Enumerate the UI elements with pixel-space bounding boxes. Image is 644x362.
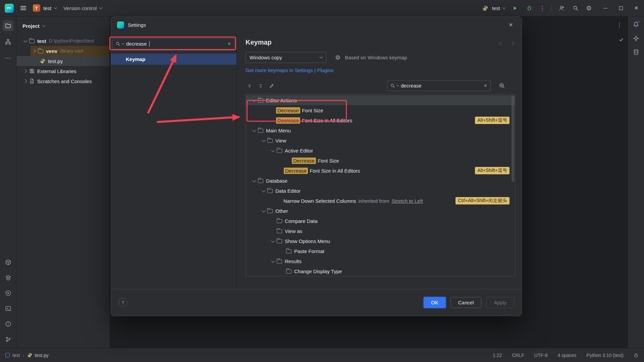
project-tool-icon[interactable] [3, 20, 13, 31]
inherited-action-link[interactable]: Stretch to Left [391, 198, 423, 204]
chevron-down-icon[interactable] [260, 187, 267, 194]
encoding-widget[interactable]: UTF-8 [534, 353, 548, 358]
editor-options-kebab-icon[interactable]: ⋮ [616, 21, 623, 28]
indent-widget[interactable]: 4 spaces [557, 353, 576, 358]
keymap-options-gear-icon[interactable]: ⚙ [335, 55, 340, 61]
run-button[interactable] [511, 4, 519, 12]
chevron-down-icon[interactable] [269, 257, 277, 265]
chevron-down-icon[interactable] [269, 237, 277, 245]
notifications-bell-icon[interactable] [633, 21, 639, 28]
window-maximize-button[interactable] [613, 0, 629, 16]
search-match-highlight: Decrease [276, 117, 300, 124]
version-control-icon[interactable] [3, 334, 13, 345]
search-icon [390, 83, 395, 88]
structure-tool-icon[interactable] [3, 37, 13, 47]
shortcut-badge: Ctrl+Alt+Shift+向左箭头 [455, 197, 509, 204]
chevron-right-icon[interactable] [31, 47, 38, 55]
project-panel-header[interactable]: Project [22, 21, 110, 31]
more-tool-windows-icon[interactable]: ⋯ [3, 53, 13, 63]
tree-row[interactable]: Show Options Menu [246, 236, 515, 246]
problems-icon[interactable] [3, 318, 13, 329]
dialog-close-icon[interactable]: ✕ [506, 20, 516, 30]
main-menu-hamburger-icon[interactable] [20, 6, 26, 10]
interpreter-widget[interactable]: Python 3.10 (test) [586, 353, 624, 358]
chevron-down-icon[interactable] [251, 127, 258, 134]
get-more-keymaps-link[interactable]: Get more keymaps in Settings | Plugins [246, 67, 522, 73]
tree-row[interactable]: Data Editor [246, 186, 515, 196]
debug-button[interactable] [525, 4, 533, 12]
run-configuration-widget[interactable]: test [481, 4, 505, 12]
breadcrumb-root[interactable]: test [12, 353, 20, 358]
tree-row[interactable]: Compare Data [246, 216, 515, 226]
search-everywhere-icon[interactable] [572, 4, 580, 12]
clear-search-icon[interactable]: ✕ [484, 83, 487, 88]
chevron-down-icon[interactable] [251, 97, 258, 104]
lock-icon[interactable] [634, 353, 639, 358]
chevron-down-icon[interactable] [251, 177, 258, 184]
more-actions-kebab-icon[interactable]: ⋮ [539, 5, 545, 12]
tree-row[interactable]: venv library root [16, 46, 110, 56]
forward-arrow-icon[interactable] [510, 41, 514, 46]
text-caret [149, 41, 150, 47]
find-by-shortcut-icon[interactable] [497, 81, 507, 90]
settings-nav-item-keymap[interactable]: Keymap [111, 54, 236, 65]
python-packages-icon[interactable] [3, 257, 13, 267]
clear-search-icon[interactable]: ✕ [227, 41, 231, 46]
window-close-button[interactable]: ✕ [629, 0, 644, 16]
run-tool-icon[interactable] [3, 288, 13, 298]
inspections-ok-icon[interactable] [619, 37, 624, 42]
chevron-down-icon[interactable] [22, 37, 29, 45]
tree-row[interactable]: Decrease Font Size [246, 105, 515, 115]
search-options-chevron-icon[interactable] [396, 84, 399, 86]
search-options-chevron-icon[interactable] [122, 42, 124, 45]
tree-scrollbar[interactable] [512, 96, 514, 182]
project-widget[interactable]: T test [33, 4, 57, 12]
tree-row[interactable]: External Libraries [16, 66, 110, 76]
tree-row[interactable]: View [246, 135, 515, 145]
tree-row[interactable]: Results [246, 256, 515, 266]
expand-all-icon[interactable] [246, 82, 254, 90]
folder-icon [267, 209, 273, 213]
chevron-down-icon[interactable] [269, 147, 277, 154]
tree-row[interactable]: Database [246, 176, 515, 186]
cancel-button[interactable]: Cancel [450, 297, 482, 308]
settings-search-input[interactable]: decrease ✕ [112, 38, 234, 49]
keymap-scheme-select[interactable]: Windows copy [246, 52, 326, 63]
tree-row[interactable]: View as [246, 226, 515, 236]
ai-assistant-icon[interactable] [633, 35, 639, 42]
tree-row[interactable]: Decrease Font Size [246, 156, 515, 166]
tree-row[interactable]: Paste Format [246, 246, 515, 256]
tree-row[interactable]: Change Display Type [246, 266, 515, 276]
window-minimize-button[interactable] [598, 0, 613, 16]
ok-button[interactable]: OK [424, 297, 446, 308]
vcs-widget[interactable]: Version control [63, 5, 102, 11]
tree-row[interactable]: Scratches and Consoles [16, 76, 110, 86]
chevron-spacer [269, 217, 277, 225]
tree-row[interactable]: test D:\pythonProject\test [16, 36, 110, 46]
terminal-icon[interactable] [3, 303, 13, 314]
breadcrumb-file[interactable]: test.py [35, 353, 49, 358]
tree-row[interactable]: Editor Actions [246, 95, 515, 105]
tree-row[interactable]: Decrease Font Size in All Editors Alt+Sh… [246, 166, 515, 176]
collapse-all-icon[interactable] [257, 82, 265, 90]
tree-row[interactable]: Narrow Down Selected Columns inherited f… [246, 196, 515, 206]
back-arrow-icon[interactable] [499, 41, 504, 46]
code-with-me-icon[interactable] [558, 4, 566, 12]
tree-row[interactable]: Active Editor [246, 145, 515, 156]
tree-row[interactable]: Other [246, 206, 515, 216]
chevron-down-icon[interactable] [260, 137, 267, 144]
chevron-right-icon[interactable] [22, 77, 29, 85]
chevron-down-icon[interactable] [260, 207, 267, 215]
help-button[interactable]: ? [118, 298, 127, 307]
edit-shortcut-icon[interactable] [268, 82, 276, 90]
keymap-search-input[interactable]: decrease ✕ [387, 80, 491, 91]
settings-gear-icon[interactable]: ⚙ [586, 5, 592, 11]
chevron-right-icon[interactable] [22, 67, 29, 75]
tree-row[interactable]: Decrease Font Size in All Editors Alt+Sh… [246, 115, 515, 125]
services-icon[interactable] [3, 272, 13, 283]
line-separator-widget[interactable]: CRLF [512, 353, 524, 358]
tree-row[interactable]: test.py [16, 56, 110, 66]
caret-position-widget[interactable]: 1:22 [493, 353, 502, 358]
tree-row[interactable]: Main Menu [246, 125, 515, 135]
database-icon[interactable] [633, 49, 639, 55]
